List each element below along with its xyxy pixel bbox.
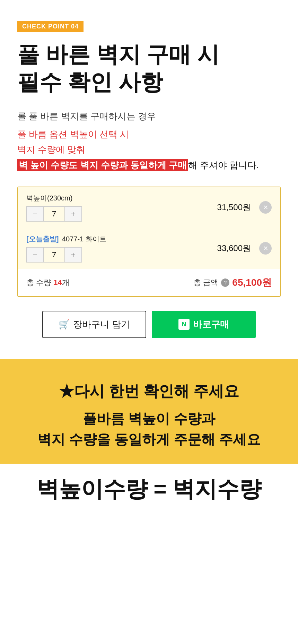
item1-increase-button[interactable]: + — [64, 206, 82, 222]
cart-button[interactable]: 🛒 장바구니 담기 — [42, 311, 146, 338]
buy-button[interactable]: N 바로구매 — [152, 311, 256, 338]
item2-product-name: 4077-1 화이트 — [62, 235, 106, 243]
checkpoint-badge: CHECK POINT 04 — [17, 21, 84, 32]
item1-close-button[interactable]: ✕ — [259, 201, 272, 214]
item1-left: 벽높이(230cm) − 7 + — [26, 194, 137, 222]
total-row: 총 수량 14개 총 금액 ? 65,100원 — [18, 269, 280, 296]
item1-label: 벽높이(230cm) — [26, 194, 137, 203]
total-price-label: 총 금액 — [193, 277, 218, 288]
item1-decrease-button[interactable]: − — [26, 206, 44, 222]
item1-qty-value: 7 — [44, 206, 64, 222]
total-qty: 총 수량 14개 — [26, 277, 70, 288]
item2-qty-controls: − 7 + — [26, 247, 137, 263]
reminder-subtitle: 풀바름 벽높이 수량과벽지 수량을 동일하게 주문해 주세요 — [14, 408, 284, 450]
description-line3: 벽지 수량에 맞춰 — [17, 142, 281, 157]
button-row: 🛒 장바구니 담기 N 바로구매 — [17, 311, 281, 338]
item2-close-button[interactable]: ✕ — [259, 242, 272, 255]
item-row-2: [오늘출발] 4077-1 화이트 − 7 + 33,600원 ✕ — [18, 228, 280, 269]
total-price-value: 65,100원 — [232, 276, 272, 289]
naver-n-icon: N — [178, 319, 190, 330]
reminder-star-text: ★다시 한번 확인해 주세요 — [14, 380, 284, 403]
item1-qty-controls: − 7 + — [26, 206, 137, 222]
item2-decrease-button[interactable]: − — [26, 247, 44, 263]
today-badge: [오늘출발] — [26, 235, 59, 243]
description-line1: 롤 풀 바른 벽지를 구매하시는 경우 — [17, 109, 281, 124]
cart-button-label: 장바구니 담기 — [73, 318, 130, 330]
purchase-box: 벽높이(230cm) − 7 + 31,500원 ✕ [오늘출발] 4077-1… — [17, 187, 281, 297]
item2-left: [오늘출발] 4077-1 화이트 − 7 + — [26, 234, 137, 263]
total-qty-value: 14 — [53, 278, 62, 287]
total-qty-unit: 개 — [62, 278, 70, 287]
yellow-section: ★다시 한번 확인해 주세요 풀바름 벽높이 수량과벽지 수량을 동일하게 주문… — [0, 359, 298, 515]
item-row-1: 벽높이(230cm) − 7 + 31,500원 ✕ — [18, 187, 280, 228]
highlight-text: 벽 높이 수량도 벽지 수량과 동일하게 구매 — [17, 159, 188, 171]
cart-icon: 🛒 — [59, 319, 70, 330]
description-line2: 풀 바름 옵션 벽높이 선택 시 — [17, 127, 281, 142]
total-qty-label: 총 수량 — [26, 278, 51, 287]
item2-increase-button[interactable]: + — [64, 247, 82, 263]
equation-text: 벽높이수량 = 벽지수량 — [7, 474, 291, 504]
equation-box: 벽높이수량 = 벽지수량 — [0, 464, 298, 515]
total-price-section: 총 금액 ? 65,100원 — [193, 276, 272, 289]
description-line4: 벽 높이 수량도 벽지 수량과 동일하게 구매해 주셔야 합니다. — [17, 157, 281, 173]
item2-qty-value: 7 — [44, 247, 64, 263]
main-title: 풀 바른 벽지 구매 시필수 확인 사항 — [17, 41, 281, 96]
question-icon[interactable]: ? — [221, 278, 229, 287]
item1-price: 31,500원 — [217, 202, 251, 213]
item2-price: 33,600원 — [217, 243, 251, 254]
item2-name: [오늘출발] 4077-1 화이트 — [26, 234, 137, 244]
buy-button-label: 바로구매 — [193, 318, 229, 330]
